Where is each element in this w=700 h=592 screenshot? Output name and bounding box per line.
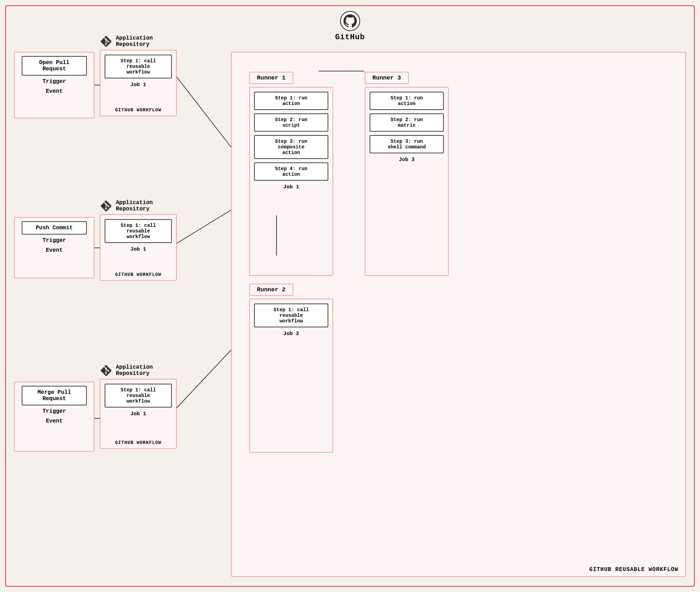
event-box-3: Merge PullRequest Trigger Event (14, 382, 94, 452)
runner1-container: Runner 1 Step 1: runaction Step 2: runsc… (249, 72, 333, 273)
git-icon-2 (100, 200, 112, 212)
event-label-3: Event (46, 418, 63, 424)
app-repo-3: ApplicationRepository Step 1: callreusab… (100, 364, 177, 449)
runner2-header: Runner 2 (249, 284, 293, 296)
job-label-2-1: Job 1 (105, 246, 172, 252)
reusable-workflow-box: Runner 1 Step 1: runaction Step 2: runsc… (231, 52, 686, 577)
git-icon-3 (100, 364, 112, 377)
app-repo-header-1: ApplicationRepository (100, 35, 177, 48)
workflow-label-2: GITHUB WORKFLOW (115, 272, 161, 277)
job-label-3-1: Job 1 (105, 411, 172, 417)
github-workflow-box-2: Step 1: callreusableworkflow Job 1 GITHU… (100, 214, 177, 281)
app-repo-title-2: ApplicationRepository (116, 200, 153, 212)
runner2-job-label: Job 2 (254, 331, 328, 337)
trigger-inner-2: Push Commit (22, 221, 86, 235)
runner3-header: Runner 3 (365, 72, 409, 84)
runner3-step1: Step 1: runaction (370, 92, 444, 110)
runner1-box: Step 1: runaction Step 2: runscript Step… (249, 87, 333, 276)
runner1-header: Runner 1 (249, 72, 293, 84)
runner3-container: Runner 3 Step 1: runaction Step 2: runma… (365, 72, 449, 273)
git-icon-1 (100, 35, 112, 48)
app-repo-header-3: ApplicationRepository (100, 364, 177, 377)
step-box-1-1: Step 1: callreusableworkflow (105, 55, 172, 78)
trigger-label-3: Trigger (42, 408, 66, 415)
runner1-job-label: Job 1 (254, 184, 328, 190)
trigger-inner-3: Merge PullRequest (22, 386, 86, 405)
runner1-step4: Step 4: runaction (254, 162, 328, 181)
runner2-step1: Step 1: callreusableworkflow (254, 304, 328, 327)
event-label-1: Event (46, 88, 63, 95)
github-logo: GitHub (335, 11, 365, 42)
app-repo-2: ApplicationRepository Step 1: callreusab… (100, 200, 177, 281)
runner3-job-label: Job 3 (370, 157, 444, 163)
runner1-step3: Step 3: runcompositeaction (254, 135, 328, 159)
workflow-label-1: GITHUB WORKFLOW (115, 107, 161, 113)
github-workflow-box-3: Step 1: callreusableworkflow Job 1 GITHU… (100, 379, 177, 449)
github-logo-text: GitHub (335, 33, 365, 42)
app-repo-title-1: ApplicationRepository (116, 35, 153, 48)
runner1-step1: Step 1: runaction (254, 92, 328, 110)
event-label-2: Event (46, 247, 63, 253)
runner1-step2: Step 2: runscript (254, 113, 328, 132)
runner3-box: Step 1: runaction Step 2: runmatrix Step… (365, 87, 449, 276)
trigger-label-1: Trigger (42, 78, 66, 85)
trigger-label-2: Trigger (42, 237, 66, 244)
step-box-2-1: Step 1: callreusableworkflow (105, 219, 172, 243)
runner2-container: Runner 2 Step 1: callreusableworkflow Jo… (249, 284, 333, 450)
job-label-1-1: Job 1 (105, 82, 172, 88)
runner2-box: Step 1: callreusableworkflow Job 2 (249, 299, 333, 453)
svg-point-0 (340, 11, 359, 30)
workflow-label-3: GITHUB WORKFLOW (115, 440, 161, 445)
trigger-inner-1: Open PullRequest (22, 56, 86, 76)
step-box-3-1: Step 1: callreusableworkflow (105, 384, 172, 408)
app-repo-header-2: ApplicationRepository (100, 200, 177, 212)
github-workflow-box-1: Step 1: callreusableworkflow Job 1 GITHU… (100, 50, 177, 116)
runner3-step2: Step 2: runmatrix (370, 113, 444, 132)
app-repo-1: ApplicationRepository Step 1: callreusab… (100, 35, 177, 116)
event-box-2: Push Commit Trigger Event (14, 217, 94, 278)
runner3-step3: Step 3: runshell command (370, 135, 444, 153)
event-box-1: Open PullRequest Trigger Event (14, 52, 94, 118)
reusable-workflow-label: GITHUB REUSABLE WORKFLOW (589, 566, 678, 573)
app-repo-title-3: ApplicationRepository (116, 364, 153, 377)
